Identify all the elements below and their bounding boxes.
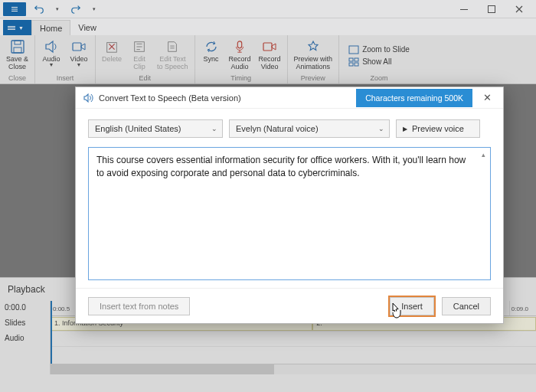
tts-text-area[interactable]: This course covers essential information… <box>88 147 491 280</box>
voice-select[interactable]: Evelyn (Natural voice)⌄ <box>229 119 390 138</box>
scroll-up-icon[interactable]: ▴ <box>478 149 489 160</box>
dialog-title: Convert Text to Speech (Beta version) <box>99 93 241 103</box>
dialog-close-button[interactable]: ✕ <box>476 87 498 109</box>
chevron-down-icon: ⌄ <box>211 125 217 132</box>
language-select[interactable]: English (United States)⌄ <box>88 119 223 138</box>
chevron-down-icon: ⌄ <box>378 125 384 132</box>
tts-dialog: Convert Text to Speech (Beta version) Ch… <box>75 87 504 324</box>
insert-from-notes-button[interactable]: Insert text from notes <box>88 297 190 315</box>
textarea-scrollbar[interactable]: ▴ <box>478 149 489 278</box>
tts-dialog-icon <box>82 92 94 104</box>
insert-button[interactable]: Insert <box>390 297 434 315</box>
cancel-button[interactable]: Cancel <box>442 297 491 315</box>
play-icon: ▶ <box>403 126 407 132</box>
characters-remaining-badge: Characters remaining 500K <box>356 89 472 107</box>
preview-voice-button[interactable]: ▶ Preview voice <box>396 119 480 138</box>
